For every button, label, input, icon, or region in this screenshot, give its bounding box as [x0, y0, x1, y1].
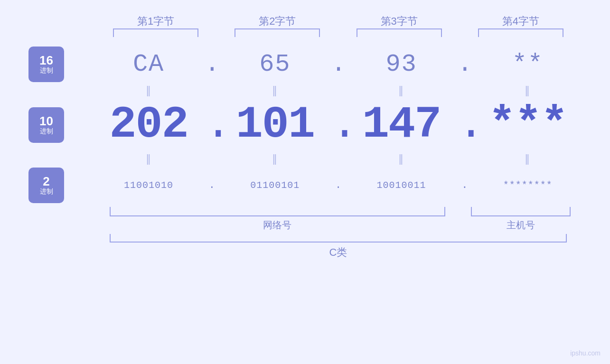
network-bracket: 网络号 — [95, 207, 460, 232]
byte-headers: 第1字节 第2字节 第3字节 第4字节 — [28, 14, 582, 28]
top-brackets — [28, 28, 582, 37]
hex-dot-3-val: . — [455, 50, 475, 78]
top-bracket-2 — [235, 28, 320, 37]
hex-dot-1: . — [202, 50, 221, 78]
hex-val-2: 65 — [221, 50, 328, 78]
hex-label-unit: 进制 — [40, 66, 53, 75]
top-bracket-1 — [113, 28, 198, 37]
col2-header: 第2字节 — [216, 14, 338, 28]
bracket-col-4 — [460, 28, 582, 37]
dec-val-1: 202 — [95, 99, 202, 150]
bin-val-4: ******** — [474, 180, 582, 191]
network-label: 网络号 — [263, 219, 291, 232]
bin-val-2: 01100101 — [221, 180, 328, 191]
eq1-col4: ‖ — [474, 84, 582, 97]
hex-dot-1-val: . — [202, 50, 222, 78]
bin-dot-3-val: . — [459, 179, 470, 191]
eq2-col2: ‖ — [221, 153, 328, 165]
hex-cell-1: CA — [95, 50, 202, 78]
eq1-col3: ‖ — [348, 84, 455, 97]
class-bracket-line — [110, 234, 567, 243]
hex-val-4: ** — [474, 50, 582, 78]
bin-dot-2: . — [329, 179, 348, 191]
hex-val-1: CA — [95, 50, 202, 78]
hex-label-num: 16 — [39, 54, 53, 66]
hex-val-3: 93 — [348, 50, 455, 78]
hex-row: 16 进制 CA . 65 . 93 . ** — [28, 47, 582, 82]
bin-dot-2-val: . — [333, 179, 344, 191]
bottom-section: 网络号 主机号 — [28, 207, 582, 232]
dec-label-num: 10 — [39, 115, 53, 127]
hex-label: 16 进制 — [28, 47, 64, 82]
bin-label-unit: 进制 — [40, 187, 53, 196]
hex-cells: CA . 65 . 93 . ** — [95, 50, 582, 78]
bin-val-1: 11001010 — [95, 180, 202, 191]
network-bracket-line — [110, 207, 445, 216]
eq1-col2: ‖ — [221, 84, 328, 97]
col4-header: 第4字节 — [460, 14, 582, 28]
dec-val-3: 147 — [348, 99, 455, 150]
host-bracket: 主机号 — [460, 207, 582, 232]
bin-cell-2: 01100101 — [221, 180, 328, 191]
col1-header: 第1字节 — [95, 14, 216, 28]
dec-cell-4: *** — [474, 99, 582, 150]
bottom-brackets: 网络号 主机号 — [95, 207, 582, 232]
top-bracket-4 — [478, 28, 563, 37]
hex-cell-3: 93 — [348, 50, 455, 78]
dec-dot-3: . — [455, 99, 474, 150]
bin-val-3: 10010011 — [348, 180, 455, 191]
dec-dot-1: . — [202, 99, 221, 150]
class-label: C类 — [329, 245, 347, 260]
dec-val-4: *** — [474, 99, 582, 150]
dec-cell-1: 202 — [95, 99, 202, 150]
host-bracket-line — [471, 207, 571, 216]
top-bracket-3 — [357, 28, 442, 37]
watermark: ipshu.com — [570, 349, 601, 357]
host-label: 主机号 — [507, 219, 535, 232]
bracket-col-2 — [216, 28, 338, 37]
eq2-col1: ‖ — [95, 153, 202, 165]
class-section: C类 — [28, 234, 582, 260]
eq2-col4: ‖ — [474, 153, 582, 165]
dec-cell-2: 101 — [221, 99, 328, 150]
bracket-col-3 — [338, 28, 460, 37]
eq1-col1: ‖ — [95, 84, 202, 97]
bin-cell-1: 11001010 — [95, 180, 202, 191]
dec-label: 10 进制 — [28, 107, 64, 143]
bin-row: 2 进制 11001010 . 01100101 . 10010011 . — [28, 168, 582, 203]
dec-cells: 202 . 101 . 147 . *** — [95, 99, 582, 150]
dec-label-unit: 进制 — [40, 127, 53, 135]
hex-dot-2: . — [329, 50, 348, 78]
bin-dot-1: . — [202, 179, 221, 191]
hex-dot-2-val: . — [329, 50, 348, 78]
equals-row-1: ‖ ‖ ‖ ‖ — [28, 84, 582, 97]
hex-cell-4: ** — [474, 50, 582, 78]
bin-label: 2 进制 — [28, 168, 64, 203]
bracket-col-1 — [95, 28, 216, 37]
bin-cell-4: ******** — [474, 180, 582, 191]
bin-dot-3: . — [455, 179, 474, 191]
dec-val-2: 101 — [221, 99, 328, 150]
bin-cell-3: 10010011 — [348, 180, 455, 191]
dec-cell-3: 147 — [348, 99, 455, 150]
bin-dot-1-val: . — [206, 179, 217, 191]
hex-cell-2: 65 — [221, 50, 328, 78]
bin-cells: 11001010 . 01100101 . 10010011 . *******… — [95, 179, 582, 191]
dec-row: 10 进制 202 . 101 . 147 . *** — [28, 99, 582, 150]
hex-dot-3: . — [455, 50, 474, 78]
bin-label-num: 2 — [43, 175, 49, 187]
equals-row-2: ‖ ‖ ‖ ‖ — [28, 153, 582, 165]
dec-dot-2: . — [329, 99, 348, 150]
eq2-col3: ‖ — [348, 153, 455, 165]
col3-header: 第3字节 — [338, 14, 460, 28]
